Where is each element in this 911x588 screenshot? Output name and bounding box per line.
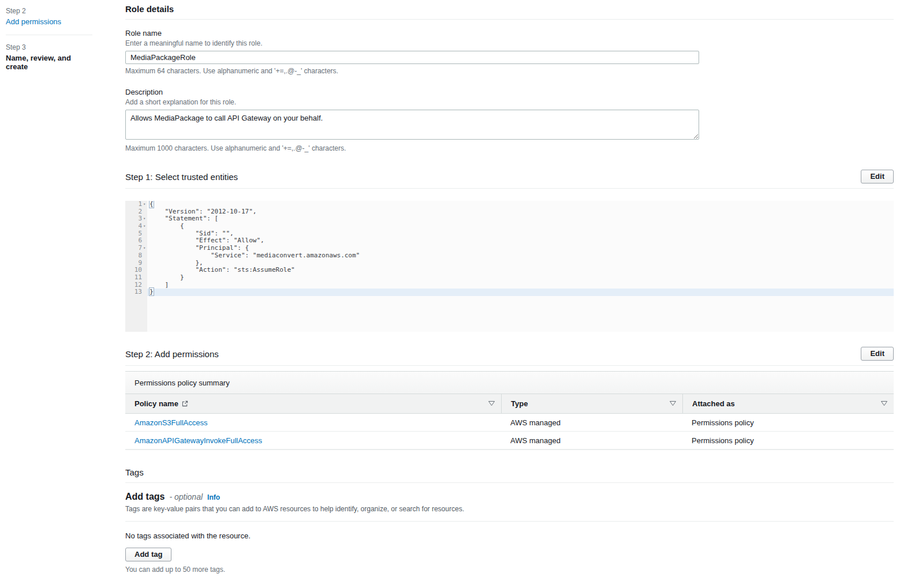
trust-policy-code-editor[interactable]: 1▾ { 2 "Version": "2012-10-17", 3▾ "Stat… xyxy=(125,201,894,332)
edit-permissions-button[interactable]: Edit xyxy=(861,347,894,361)
no-tags-message: No tags associated with the resource. xyxy=(125,531,894,540)
policy-attached-as: Permissions policy xyxy=(682,414,894,431)
policy-attached-as: Permissions policy xyxy=(682,432,894,449)
divider xyxy=(125,19,894,20)
policy-type: AWS managed xyxy=(501,414,682,431)
step1-title: Step 1: Select trusted entities xyxy=(125,172,238,182)
step1-section-header: Step 1: Select trusted entities Edit xyxy=(125,170,894,183)
permissions-policy-panel: Permissions policy summary Policy name T… xyxy=(125,371,894,450)
role-name-input[interactable] xyxy=(125,51,699,64)
fold-icon[interactable]: ▾ xyxy=(142,215,147,223)
column-header-policy-name: Policy name xyxy=(125,394,501,413)
description-field-group: Description Add a short explanation for … xyxy=(125,88,699,152)
code-line: 3▾ "Statement": [ xyxy=(125,215,894,223)
column-header-attached-as: Attached as xyxy=(682,394,894,413)
code-line: 1▾ { xyxy=(125,201,894,208)
step-2-number: Step 2 xyxy=(6,7,92,15)
step2-title: Step 2: Add permissions xyxy=(125,349,219,359)
code-line: 2 "Version": "2012-10-17", xyxy=(125,208,894,216)
description-label: Description xyxy=(125,88,699,96)
external-link-icon xyxy=(182,400,188,407)
filter-icon[interactable] xyxy=(880,400,888,407)
description-constraint: Maximum 1000 characters. Use alphanumeri… xyxy=(125,144,699,152)
edit-trusted-entities-button[interactable]: Edit xyxy=(861,170,894,183)
divider xyxy=(6,35,92,35)
add-tags-heading: Add tags xyxy=(125,492,165,502)
code-line: 12 ] xyxy=(125,282,894,289)
divider xyxy=(125,482,894,483)
code-line-active: 13 } xyxy=(125,289,894,296)
divider xyxy=(125,365,894,366)
fold-icon[interactable]: ▾ xyxy=(142,223,147,230)
fold-icon[interactable]: ▾ xyxy=(142,201,147,208)
sidebar-item-add-permissions[interactable]: Add permissions xyxy=(6,17,92,26)
code-line: 11 } xyxy=(125,274,894,282)
sidebar-item-name-review-create: Name, review, and create xyxy=(6,54,92,71)
role-name-help: Enter a meaningful name to identify this… xyxy=(125,39,699,47)
code-line: 8 "Service": "mediaconvert.amazonaws.com… xyxy=(125,252,894,260)
policy-link-amazonapigatewayinvokefullaccess[interactable]: AmazonAPIGatewayInvokeFullAccess xyxy=(135,436,262,445)
policy-link-amazons3fullaccess[interactable]: AmazonS3FullAccess xyxy=(135,418,207,427)
divider xyxy=(125,188,894,189)
tags-limit-message: You can add up to 50 more tags. xyxy=(125,565,894,574)
description-help: Add a short explanation for this role. xyxy=(125,98,699,106)
role-name-label: Role name xyxy=(125,29,699,38)
role-name-constraint: Maximum 64 characters. Use alphanumeric … xyxy=(125,67,699,75)
step-3-number: Step 3 xyxy=(6,43,92,51)
role-name-field-group: Role name Enter a meaningful name to ide… xyxy=(125,29,699,75)
fold-icon[interactable]: ▾ xyxy=(142,245,147,252)
tags-help-text: Tags are key-value pairs that you can ad… xyxy=(125,505,894,513)
wizard-step-nav: Step 2 Add permissions Step 3 Name, revi… xyxy=(6,7,92,71)
add-tag-button[interactable]: Add tag xyxy=(125,548,171,561)
step2-section-header: Step 2: Add permissions Edit xyxy=(125,347,894,361)
main-content: Role details Role name Enter a meaningfu… xyxy=(125,0,894,588)
info-link[interactable]: Info xyxy=(207,493,220,501)
panel-title: Permissions policy summary xyxy=(125,371,894,394)
table-row: AmazonAPIGatewayInvokeFullAccess AWS man… xyxy=(125,432,894,450)
column-header-type: Type xyxy=(501,394,682,413)
divider xyxy=(125,521,894,522)
add-tags-heading-row: Add tags - optional Info xyxy=(125,492,894,502)
page-title: Role details xyxy=(125,4,894,14)
optional-label: - optional xyxy=(169,492,203,501)
description-textarea[interactable]: Allows MediaPackage to call API Gateway … xyxy=(125,110,699,140)
policy-type: AWS managed xyxy=(501,432,682,449)
filter-icon[interactable] xyxy=(669,400,677,407)
code-line: 4▾ { xyxy=(125,223,894,230)
code-line: 10 "Action": "sts:AssumeRole" xyxy=(125,267,894,274)
table-row: AmazonS3FullAccess AWS managed Permissio… xyxy=(125,414,894,432)
tags-section-title: Tags xyxy=(125,467,894,477)
filter-icon[interactable] xyxy=(488,400,495,407)
code-line: 7▾ "Principal": { xyxy=(125,245,894,252)
table-header-row: Policy name Type Attached as xyxy=(125,394,894,414)
